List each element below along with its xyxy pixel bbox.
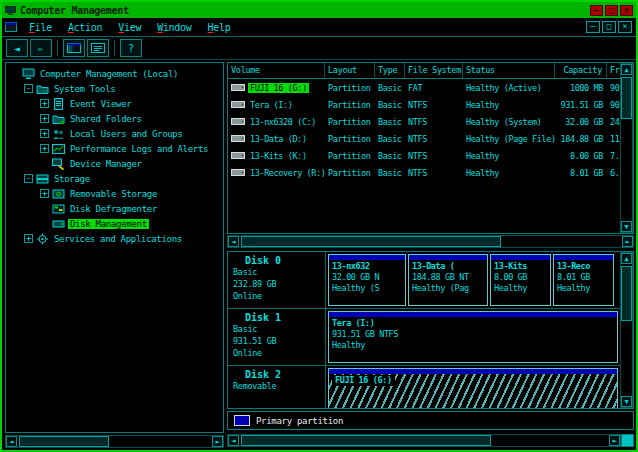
scroll-up-icon[interactable]: ▲ <box>621 253 632 264</box>
column-header-file-system[interactable]: File System <box>405 63 463 78</box>
volume-row[interactable]: 13-Recovery (R:) Partition Basic NTFS He… <box>228 164 620 181</box>
volume-list-vertical-scrollbar[interactable]: ▲ ▼ <box>620 63 633 233</box>
back-button[interactable]: ◄ <box>6 39 28 57</box>
scroll-left-icon[interactable]: ◄ <box>6 436 17 447</box>
disk-0-label[interactable]: Disk 0 Basic 232.89 GB Online <box>228 252 326 308</box>
partition-13-recovery[interactable]: 13-Reco8.01 GBHealthy <box>553 254 614 306</box>
scroll-left-icon[interactable]: ◄ <box>228 435 239 446</box>
console-window-icon[interactable] <box>5 21 17 33</box>
volume-capacity: 184.88 GB <box>555 134 607 144</box>
scrollbar-thumb[interactable] <box>621 77 632 119</box>
window-title: Computer Management <box>20 5 129 16</box>
tree-item-event-viewer[interactable]: + Event Viewer <box>6 96 223 111</box>
tree-expander[interactable]: + <box>24 234 33 243</box>
scrollbar-track[interactable] <box>239 435 609 446</box>
forward-button[interactable]: ► <box>30 39 52 57</box>
tree-item-performance-logs-and-alerts[interactable]: + Performance Logs and Alerts <box>6 141 223 156</box>
scrollbar-thumb[interactable] <box>241 236 501 247</box>
scrollbar-thumb[interactable] <box>621 266 632 321</box>
volume-type: Basic <box>375 100 405 110</box>
partition-13-kits[interactable]: 13-Kits8.00 GBHealthy <box>490 254 551 306</box>
volume-row[interactable]: 13-nx6320 (C:) Partition Basic NTFS Heal… <box>228 113 620 130</box>
tree-expander[interactable]: - <box>24 174 33 183</box>
mdi-close-icon[interactable]: × <box>618 21 632 33</box>
partition-fuji-16-selected[interactable]: FUJI 16 (G:) <box>328 368 618 408</box>
scroll-right-icon[interactable]: ► <box>609 435 620 446</box>
scroll-up-icon[interactable]: ▲ <box>621 64 632 75</box>
bottom-horizontal-scrollbar[interactable]: ◄ ► <box>227 434 621 447</box>
scrollbar-thumb[interactable] <box>241 435 491 446</box>
tree-item-removable-storage[interactable]: + Removable Storage <box>6 186 223 201</box>
mdi-minimize-icon[interactable]: – <box>586 21 600 33</box>
tree-expander[interactable]: - <box>24 84 33 93</box>
scroll-right-icon[interactable]: ► <box>622 236 633 247</box>
scrollbar-thumb[interactable] <box>19 436 109 447</box>
tree-expander[interactable]: + <box>40 99 49 108</box>
tree-item-disk-management[interactable]: Disk Management <box>6 216 223 231</box>
tree-item-label: Storage <box>52 174 92 184</box>
close-icon[interactable]: × <box>620 5 633 16</box>
column-header-layout[interactable]: Layout <box>325 63 375 78</box>
volume-list-horizontal-scrollbar[interactable]: ◄ ► <box>227 235 634 248</box>
menu-action[interactable]: Action <box>60 22 110 33</box>
menu-help[interactable]: Help <box>200 22 239 33</box>
partition-13-nx6320[interactable]: 13-nx63232.00 GB NHealthy (S <box>328 254 406 306</box>
titlebar[interactable]: Computer Management – □ × <box>2 2 636 18</box>
column-header-status[interactable]: Status <box>463 63 555 78</box>
volume-row[interactable]: 13-Kits (K:) Partition Basic NTFS Health… <box>228 147 620 164</box>
tree-expander[interactable]: + <box>40 114 49 123</box>
disk-list: Disk 0 Basic 232.89 GB Online 13-nx63232… <box>228 252 620 408</box>
menu-window[interactable]: Window <box>149 22 199 33</box>
disk-2-label[interactable]: Disk 2 Removable <box>228 366 326 408</box>
column-header-capacity[interactable]: Capacity <box>555 63 607 78</box>
disk-name: Disk 0 <box>233 255 325 266</box>
tree-horizontal-scrollbar[interactable]: ◄ ► <box>5 435 224 448</box>
tree-item-local-users-and-groups[interactable]: + Local Users and Groups <box>6 126 223 141</box>
partition-13-data[interactable]: 13-Data (184.88 GB NTHealthy (Pag <box>408 254 488 306</box>
column-header-type[interactable]: Type <box>375 63 405 78</box>
partition-tera[interactable]: Tera (I:)931.51 GB NTFSHealthy <box>328 311 618 363</box>
volume-free: 6. <box>607 168 620 178</box>
volume-status: Healthy <box>463 100 555 110</box>
tree-item-disk-defragmenter[interactable]: Disk Defragmenter <box>6 201 223 216</box>
scroll-down-icon[interactable]: ▼ <box>621 396 632 407</box>
menu-file[interactable]: File <box>21 22 60 33</box>
scrollbar-track[interactable] <box>621 75 632 221</box>
disk-view-vertical-scrollbar[interactable]: ▲ ▼ <box>620 252 633 408</box>
disk-1-label[interactable]: Disk 1 Basic 931.51 GB Online <box>228 309 326 365</box>
computer-icon <box>22 68 35 80</box>
menu-view[interactable]: View <box>110 22 149 33</box>
minimize-icon[interactable]: – <box>590 5 603 16</box>
tree-item-shared-folders[interactable]: + Shared Folders <box>6 111 223 126</box>
tree-item-device-manager[interactable]: Device Manager <box>6 156 223 171</box>
menu-bar: File Action View Window Help – □ × <box>2 18 636 37</box>
toolbar: ◄ ► ? <box>2 37 636 60</box>
scroll-left-icon[interactable]: ◄ <box>228 236 239 247</box>
scrollbar-track[interactable] <box>621 264 632 396</box>
show-console-tree-button[interactable] <box>63 39 85 57</box>
menu-file-rest: ile <box>35 22 52 33</box>
tree-item-label: Services and Applications <box>52 234 184 244</box>
column-header-free[interactable]: Fr <box>607 63 620 78</box>
volume-icon <box>231 150 246 161</box>
maximize-icon[interactable]: □ <box>605 5 618 16</box>
volume-row[interactable]: Tera (I:) Partition Basic NTFS Healthy 9… <box>228 96 620 113</box>
tree-expander[interactable]: + <box>40 189 49 198</box>
scroll-down-icon[interactable]: ▼ <box>621 221 632 232</box>
tree-item-computer-management[interactable]: Computer Management (Local) <box>6 66 223 81</box>
properties-button[interactable] <box>87 39 109 57</box>
mdi-restore-icon[interactable]: □ <box>602 21 616 33</box>
scroll-right-icon[interactable]: ► <box>212 436 223 447</box>
help-button[interactable]: ? <box>120 39 142 57</box>
tree-item-storage[interactable]: - Storage <box>6 171 223 186</box>
volume-row[interactable]: FUJI 16 (G:) Partition Basic FAT Healthy… <box>228 79 620 96</box>
scrollbar-track[interactable] <box>239 236 622 247</box>
column-header-volume[interactable]: Volume <box>228 63 325 78</box>
disk-defragmenter-icon <box>52 203 65 215</box>
tree-expander[interactable]: + <box>40 144 49 153</box>
tree-item-services-and-applications[interactable]: + Services and Applications <box>6 231 223 246</box>
tree-expander[interactable]: + <box>40 129 49 138</box>
scrollbar-track[interactable] <box>17 436 212 447</box>
tree-item-system-tools[interactable]: - System Tools <box>6 81 223 96</box>
volume-row[interactable]: 13-Data (D:) Partition Basic NTFS Health… <box>228 130 620 147</box>
